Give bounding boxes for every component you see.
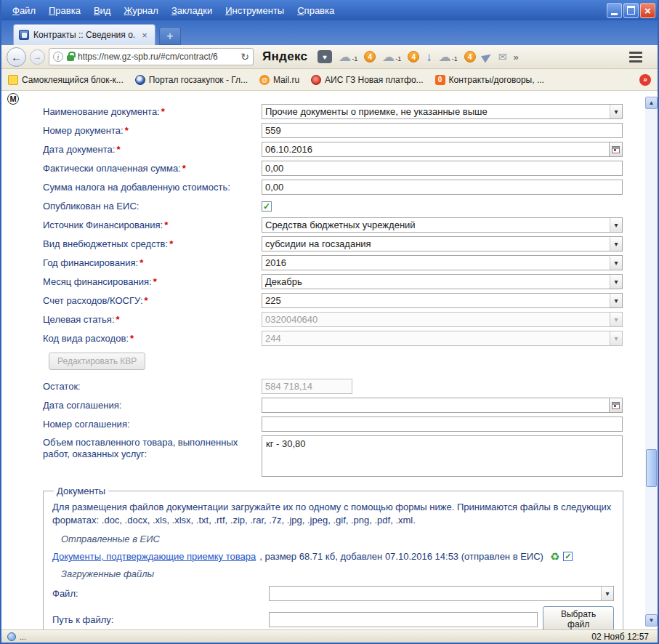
bookmark-label: Контракты/договоры, ... bbox=[449, 75, 544, 85]
m-circle-icon[interactable]: М bbox=[7, 93, 19, 105]
paid-amount-input[interactable] bbox=[262, 161, 623, 176]
browser-window: Файл Правка Вид Журнал Закладки Инструме… bbox=[0, 0, 659, 644]
menu-history[interactable]: Журнал bbox=[117, 1, 164, 20]
cloud-extension-2[interactable]: -1 bbox=[382, 51, 401, 63]
orange-count-badge[interactable]: 4 bbox=[464, 51, 476, 63]
chevron-down-icon bbox=[610, 237, 622, 251]
toolbar-overflow-icon[interactable] bbox=[514, 52, 519, 63]
file-path-input[interactable] bbox=[269, 612, 538, 627]
uploaded-files-heading: Загруженные файлы bbox=[61, 568, 614, 579]
extension-icons: -1 4 -1 4 -1 4 bbox=[318, 50, 519, 63]
bookmark-sticky-notes[interactable]: Самоклеящийся блок-к... bbox=[8, 75, 124, 85]
field-label: Целевая статья:* bbox=[43, 313, 262, 326]
acceptance-documents-link[interactable]: Документы, подтверждающие приемку товара bbox=[52, 551, 256, 562]
funding-year-select[interactable]: 2016 bbox=[262, 255, 623, 270]
required-asterisk: * bbox=[116, 314, 120, 325]
back-button[interactable] bbox=[7, 47, 26, 67]
field-label: Наименование документа:* bbox=[43, 105, 262, 118]
globe-status-icon bbox=[7, 632, 16, 641]
forward-button[interactable] bbox=[30, 49, 45, 65]
bookmark-ais-gz[interactable]: АИС ГЗ Новая платфо... bbox=[311, 75, 424, 85]
bookmark-contracts[interactable]: Контракты/договоры, ... bbox=[435, 75, 544, 85]
required-asterisk: * bbox=[153, 276, 157, 287]
document-date-input[interactable] bbox=[262, 142, 610, 157]
cloud-icon bbox=[439, 51, 451, 63]
required-asterisk: * bbox=[125, 125, 129, 136]
published-eis-checkbox[interactable] bbox=[262, 201, 272, 212]
page-info-icon[interactable] bbox=[53, 52, 63, 62]
document-number-input[interactable] bbox=[262, 123, 623, 138]
document-name-select[interactable]: Прочие документы о приемке, не указанные… bbox=[262, 104, 623, 119]
select-value: Декабрь bbox=[262, 275, 610, 289]
at-sign-icon bbox=[259, 75, 270, 85]
orange-count-badge[interactable]: 4 bbox=[408, 51, 419, 63]
minimize-button[interactable] bbox=[607, 3, 622, 18]
file-sent-checkbox[interactable] bbox=[563, 552, 573, 561]
expense-type-select: 244 bbox=[262, 331, 623, 346]
file-meta-text: , размер 68.71 кб, добавлен 07.10.2016 1… bbox=[259, 551, 543, 562]
vertical-scrollbar[interactable]: ▲ ▼ bbox=[645, 97, 658, 627]
download-arrow-icon[interactable] bbox=[426, 51, 432, 63]
required-asterisk: * bbox=[164, 220, 168, 230]
scrollbar-track[interactable] bbox=[645, 109, 658, 614]
menu-help[interactable]: Справка bbox=[291, 1, 341, 20]
window-controls bbox=[607, 3, 655, 18]
scrollbar-thumb[interactable] bbox=[646, 449, 657, 487]
required-asterisk: * bbox=[145, 295, 148, 306]
tab-close-icon[interactable] bbox=[140, 31, 150, 40]
scroll-up-icon[interactable]: ▲ bbox=[645, 97, 658, 109]
orange-count-badge[interactable]: 4 bbox=[364, 51, 376, 63]
choose-file-button[interactable]: Выбрать файл bbox=[543, 606, 614, 629]
https-lock-icon[interactable] bbox=[67, 55, 74, 61]
tab-title: Контракты :: Сведения о... bbox=[33, 30, 135, 40]
delete-recycle-icon[interactable] bbox=[550, 551, 559, 562]
url-bar[interactable]: https://new.gz-spb.ru/#cm/contract/6 bbox=[49, 48, 254, 65]
agreement-number-input[interactable] bbox=[262, 416, 623, 432]
bookmarks-overflow-icon[interactable] bbox=[639, 74, 651, 86]
funding-month-select[interactable]: Декабрь bbox=[262, 274, 623, 289]
restore-button[interactable] bbox=[623, 3, 639, 18]
tab-contracts[interactable]: Контракты :: Сведения о... bbox=[13, 24, 155, 45]
form-row: Целевая статья:* 0320040640 bbox=[43, 312, 645, 327]
calendar-button[interactable] bbox=[610, 142, 623, 157]
url-text[interactable]: https://new.gz-spb.ru/#cm/contract/6 bbox=[78, 52, 237, 62]
cloud-extension-3[interactable]: -1 bbox=[439, 51, 458, 63]
new-tab-button[interactable] bbox=[159, 27, 181, 45]
scroll-down-icon[interactable]: ▼ bbox=[645, 614, 658, 627]
menu-tools[interactable]: Инструменты bbox=[219, 1, 291, 20]
sent-file-row: Документы, подтверждающие приемку товара… bbox=[52, 551, 614, 562]
bookmark-mailru[interactable]: Mail.ru bbox=[259, 75, 299, 85]
form-row: Год финансирования:* 2016 bbox=[43, 255, 645, 270]
vat-amount-input[interactable] bbox=[262, 180, 623, 195]
cloud-icon bbox=[339, 51, 351, 63]
menu-file[interactable]: Файл bbox=[6, 1, 42, 20]
bookmark-goszakupki-portal[interactable]: Портал госзакупок - Гл... bbox=[135, 75, 248, 85]
close-button[interactable] bbox=[640, 3, 655, 18]
field-label: Номер документа:* bbox=[43, 124, 262, 137]
send-plane-icon[interactable] bbox=[481, 51, 493, 63]
cloud-extension-1[interactable]: -1 bbox=[339, 51, 357, 63]
funding-source-select[interactable]: Средства бюджетных учреждений bbox=[262, 217, 623, 233]
kosgu-select[interactable]: 225 bbox=[262, 293, 623, 308]
menu-view[interactable]: Вид bbox=[87, 1, 118, 20]
bookmark-label: АИС ГЗ Новая платфо... bbox=[325, 75, 424, 85]
volume-textarea[interactable]: кг - 30,80 bbox=[262, 435, 623, 477]
file-select[interactable] bbox=[269, 586, 614, 601]
required-asterisk: * bbox=[130, 333, 134, 344]
yandex-logo[interactable]: Яндекс bbox=[262, 49, 307, 64]
menu-hamburger-icon[interactable] bbox=[626, 49, 645, 65]
calendar-button[interactable] bbox=[610, 398, 623, 413]
agreement-date-input[interactable] bbox=[262, 398, 610, 413]
menu-bookmarks[interactable]: Закладки bbox=[165, 1, 219, 20]
menu-edit[interactable]: Правка bbox=[42, 1, 87, 20]
pocket-heart-icon[interactable] bbox=[318, 50, 332, 63]
form-row: Счет расходов/КОСГУ:* 225 bbox=[43, 293, 645, 308]
mail-icon[interactable] bbox=[498, 52, 507, 62]
edit-kvr-button: Редактировать КВР bbox=[49, 353, 145, 370]
chevron-down-icon bbox=[601, 587, 613, 600]
field-label: Номер соглашения: bbox=[43, 417, 262, 430]
form-row: Путь к файлу: Выбрать файл bbox=[52, 606, 614, 629]
extrabudget-type-select[interactable]: субсидии на госзадания bbox=[262, 236, 623, 251]
reload-icon[interactable] bbox=[240, 52, 249, 62]
field-label: Вид внебюджетных средств:* bbox=[43, 237, 262, 250]
